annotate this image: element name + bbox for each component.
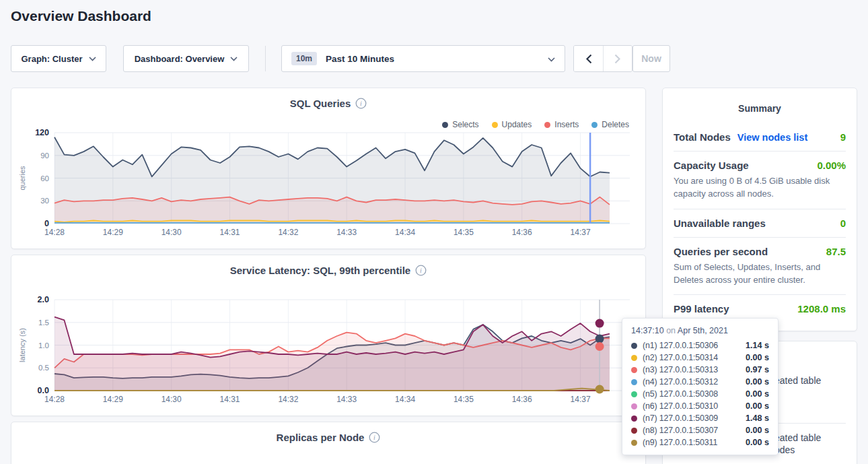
svg-text:14:31: 14:31 [219, 228, 240, 237]
svg-text:14:37: 14:37 [571, 228, 591, 237]
tooltip-node-value: 1.48 s [746, 413, 769, 423]
view-nodes-list-link[interactable]: View nodes list [737, 132, 808, 143]
legend-dot-icon [492, 122, 498, 128]
info-icon[interactable]: i [355, 98, 367, 109]
svg-text:0.5: 0.5 [38, 364, 49, 372]
tooltip-node-value: 0.97 s [746, 365, 769, 374]
replicas-per-node-panel: Replicas per Node i [11, 422, 646, 464]
svg-text:14:28: 14:28 [44, 228, 65, 237]
time-range-badge: 10m [291, 52, 317, 65]
summary-label-unavailable-ranges: Unavailable ranges [674, 218, 766, 229]
svg-text:1.5: 1.5 [38, 319, 49, 327]
tooltip-rows: (n1) 127.0.0.1:503061.14 s(n2) 127.0.0.1… [631, 339, 769, 449]
tooltip-node-value: 0.00 s [746, 389, 769, 399]
svg-text:queries: queries [18, 166, 26, 191]
legend-label: Selects [452, 120, 478, 129]
tooltip-row: (n3) 127.0.0.1:503130.97 s [631, 364, 769, 376]
node-color-dot-icon [631, 391, 637, 397]
replicas-per-node-title: Replicas per Node [277, 432, 365, 443]
node-color-dot-icon [631, 403, 637, 409]
svg-text:14:29: 14:29 [103, 228, 123, 237]
summary-row-head: Queries per second87.5 [674, 246, 846, 257]
summary-row-total-nodes: Total NodesView nodes list9 [674, 123, 846, 151]
event-row[interactable]: eated table [774, 375, 821, 386]
dashboard-dropdown[interactable]: Dashboard: Overview [123, 45, 249, 72]
legend-item-updates[interactable]: Updates [492, 120, 532, 129]
svg-text:0.0: 0.0 [38, 386, 49, 395]
summary-panel: Summary Total NodesView nodes list9Capac… [662, 88, 857, 331]
tooltip-node-label: (n2) 127.0.0.1:50314 [643, 353, 718, 362]
summary-desc-queries-per-second: Sum of Selects, Updates, Inserts, and De… [674, 261, 846, 287]
tooltip-node-label: (n7) 127.0.0.1:50309 [643, 413, 718, 423]
chevron-down-icon [89, 57, 96, 61]
service-latency-chart[interactable]: 14:2814:2914:3014:3114:3214:3314:3414:35… [11, 296, 647, 413]
event-row[interactable]: eated table [774, 432, 821, 443]
summary-title: Summary [663, 103, 857, 114]
service-latency-title: Service Latency: SQL, 99th percentile [230, 265, 410, 276]
svg-text:14:28: 14:28 [44, 395, 65, 404]
summary-row-capacity-usage: Capacity Usage0.00%You are using 0 B of … [674, 151, 846, 209]
now-button[interactable]: Now [632, 45, 670, 72]
tooltip-date: Apr 5th, 2021 [678, 326, 728, 335]
tooltip-row: (n1) 127.0.0.1:503061.14 s [631, 339, 769, 352]
info-icon[interactable]: i [369, 432, 380, 443]
legend-item-inserts[interactable]: Inserts [544, 120, 579, 129]
graph-scope-dropdown[interactable]: Graph: Cluster [11, 45, 106, 72]
summary-value-unavailable-ranges: 0 [840, 218, 846, 229]
legend-label: Inserts [554, 120, 579, 129]
node-color-dot-icon [631, 343, 637, 349]
svg-text:14:36: 14:36 [512, 228, 532, 237]
legend-item-selects[interactable]: Selects [442, 120, 478, 129]
summary-rows: Total NodesView nodes list9Capacity Usag… [674, 123, 846, 323]
sql-queries-title-row: SQL Queries i [11, 98, 645, 109]
time-next-button[interactable] [603, 46, 632, 71]
svg-text:14:37: 14:37 [571, 395, 591, 404]
time-range-dropdown[interactable]: 10m Past 10 Minutes [281, 45, 565, 72]
summary-value-queries-per-second: 87.5 [826, 246, 846, 257]
svg-text:14:31: 14:31 [219, 395, 240, 404]
service-latency-panel: Service Latency: SQL, 99th percentile i … [11, 255, 646, 416]
tooltip-node-label: (n4) 127.0.0.1:50312 [643, 377, 718, 387]
tooltip-node-value: 0.00 s [746, 426, 769, 435]
sql-queries-chart[interactable]: 14:2814:2914:3014:3114:3214:3314:3414:35… [11, 129, 647, 246]
legend-label: Updates [502, 120, 532, 129]
node-color-dot-icon [631, 355, 637, 361]
summary-row-head: Unavailable ranges0 [674, 218, 846, 229]
info-icon[interactable]: i [415, 265, 427, 276]
tooltip-node-value: 1.14 s [746, 341, 769, 350]
controls-divider [265, 46, 266, 71]
summary-label-capacity-usage: Capacity Usage [674, 160, 749, 171]
tooltip-row: (n2) 127.0.0.1:503140.00 s [631, 352, 769, 364]
page-title: Overview Dashboard [11, 8, 151, 24]
summary-label-p99-latency: P99 latency [674, 303, 729, 314]
legend-label: Deletes [602, 120, 629, 129]
legend-item-deletes[interactable]: Deletes [591, 120, 629, 129]
node-color-dot-icon [631, 416, 637, 422]
svg-text:14:35: 14:35 [454, 395, 474, 404]
chevron-left-icon [585, 54, 592, 64]
summary-row-head: Total NodesView nodes list9 [674, 131, 846, 143]
svg-text:14:32: 14:32 [278, 228, 298, 237]
tooltip-node-label: (n9) 127.0.0.1:50311 [643, 438, 717, 447]
node-color-dot-icon [631, 440, 637, 446]
time-prev-button[interactable] [574, 46, 603, 71]
tooltip-row: (n5) 127.0.0.1:503080.00 s [631, 388, 769, 400]
tooltip-node-label: (n8) 127.0.0.1:50307 [643, 426, 718, 435]
tooltip-node-label: (n1) 127.0.0.1:50306 [643, 341, 718, 350]
svg-text:1.0: 1.0 [38, 341, 49, 350]
overview-dashboard-page: Overview Dashboard Graph: Cluster Dashbo… [0, 0, 868, 464]
summary-value-p99-latency: 1208.0 ms [797, 303, 846, 314]
tooltip-node-label: (n6) 127.0.0.1:50310 [643, 401, 718, 411]
tooltip-row: (n7) 127.0.0.1:503091.48 s [631, 412, 769, 424]
tooltip-row: (n9) 127.0.0.1:503110.00 s [631, 436, 769, 449]
replicas-title-row: Replicas per Node i [11, 432, 645, 443]
svg-text:14:34: 14:34 [395, 395, 415, 404]
latency-hover-tooltip: 14:37:10 on Apr 5th, 2021 (n1) 127.0.0.1… [622, 318, 779, 455]
svg-text:14:30: 14:30 [161, 395, 182, 404]
tooltip-node-value: 0.00 s [746, 353, 769, 362]
chevron-right-icon [614, 54, 621, 64]
sql-queries-panel: SQL Queries i SelectsUpdatesInsertsDelet… [11, 88, 646, 249]
summary-value-total-nodes: 9 [840, 131, 846, 143]
svg-text:30: 30 [40, 197, 49, 205]
sql-queries-legend: SelectsUpdatesInsertsDeletes [442, 120, 629, 129]
